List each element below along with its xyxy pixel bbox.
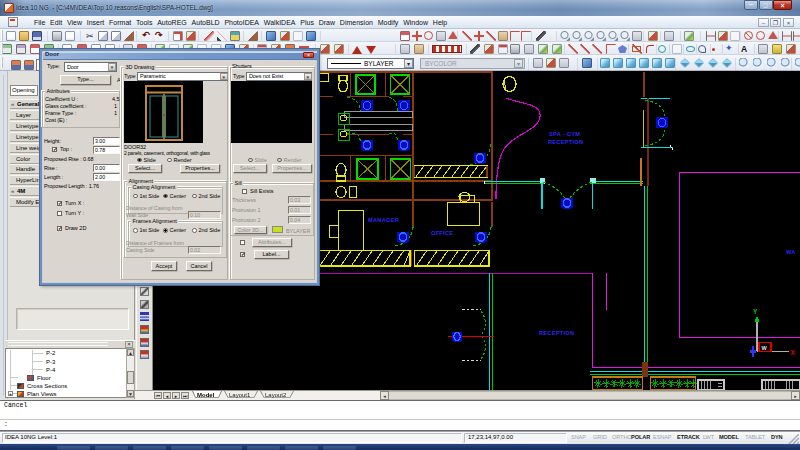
svg-text:W: W (762, 345, 768, 351)
svg-text:OFFICE: OFFICE (431, 230, 453, 236)
svg-text:WA: WA (786, 249, 796, 255)
svg-text:RECEPTION: RECEPTION (548, 139, 583, 145)
svg-text:RECEPTION: RECEPTION (539, 330, 574, 336)
svg-text:X: X (791, 349, 796, 356)
svg-text:Y: Y (753, 308, 758, 315)
svg-text:MANAGER: MANAGER (368, 217, 399, 223)
svg-text:SPA - GYM: SPA - GYM (549, 131, 580, 137)
